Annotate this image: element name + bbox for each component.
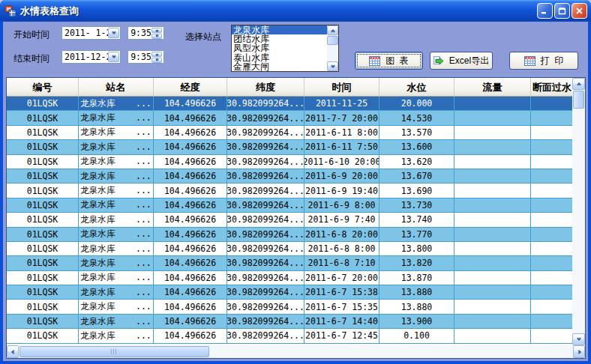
end-time-up-icon[interactable] (152, 52, 162, 57)
cell[interactable] (531, 97, 574, 111)
cell[interactable]: 01LQSK (7, 126, 79, 140)
minimize-button[interactable] (537, 3, 553, 19)
column-header[interactable]: 断面过水 (531, 78, 574, 97)
cell[interactable]: 2011-6-7 15:38 (304, 285, 380, 300)
cell[interactable]: 13.770 (380, 228, 454, 242)
cell[interactable] (531, 126, 574, 140)
table-row[interactable]: 01LQSK龙泉水库 ...104.49662630.982099264...2… (7, 111, 585, 125)
scroll-track[interactable] (327, 46, 338, 61)
cell[interactable]: 13.620 (380, 155, 454, 169)
cell[interactable]: 龙泉水库 ... (79, 111, 154, 125)
cell[interactable]: 30.982099264... (227, 300, 304, 314)
cell[interactable]: 13.820 (380, 256, 454, 270)
column-header[interactable]: 时间 (304, 78, 380, 97)
cell[interactable]: 2011-6-10 20:00 (304, 155, 380, 169)
cell[interactable]: 30.982099264... (227, 111, 304, 125)
cell[interactable]: 104.496626 (154, 271, 227, 285)
cell[interactable]: 2011-6-8 8:00 (304, 242, 380, 256)
table-row[interactable]: 01LQSK龙泉水库 ...104.49662630.982099264...2… (7, 169, 585, 183)
table-row[interactable]: 01LQSK龙泉水库 ...104.49662630.982099264...2… (7, 256, 585, 270)
cell[interactable] (454, 228, 531, 242)
scroll-thumb[interactable] (327, 36, 338, 45)
cell[interactable] (531, 315, 574, 329)
cell[interactable]: 30.982099264... (227, 315, 304, 329)
cell[interactable]: 2011-6-9 7:40 (304, 213, 380, 227)
cell[interactable]: 2011-6-8 7:10 (304, 256, 380, 270)
cell[interactable]: 13.690 (380, 183, 454, 198)
cell[interactable]: 2011-7-7 20:00 (304, 111, 380, 125)
cell[interactable]: 2011-6-7 20:00 (304, 271, 380, 285)
cell[interactable] (531, 242, 574, 256)
cell[interactable]: 13.730 (380, 198, 454, 213)
start-time-down-icon[interactable] (152, 34, 162, 39)
cell[interactable]: 30.982099264... (227, 155, 304, 169)
cell[interactable]: 2011-6-7 14:40 (304, 315, 380, 329)
cell[interactable]: 01LQSK (7, 183, 79, 198)
end-date-dropdown-icon[interactable] (108, 52, 119, 62)
table-row[interactable]: 01LQSK龙泉水库 ...104.49662630.982099264...2… (7, 126, 585, 140)
cell[interactable]: 2011-6-7 12:45 (304, 329, 380, 343)
cell[interactable] (454, 198, 531, 213)
cell[interactable]: 104.496626 (154, 329, 227, 343)
cell[interactable]: 01LQSK (7, 300, 79, 314)
end-time-down-icon[interactable] (152, 58, 162, 63)
cell[interactable]: 20.000 (380, 97, 454, 111)
cell[interactable]: 01LQSK (7, 256, 79, 270)
cell[interactable]: 13.880 (380, 300, 454, 314)
cell[interactable]: 龙泉水库 ... (79, 329, 154, 343)
cell[interactable]: 01LQSK (7, 285, 79, 300)
cell[interactable] (454, 97, 531, 111)
cell[interactable]: 104.496626 (154, 183, 227, 198)
station-list-scrollbar[interactable] (327, 25, 338, 71)
cell[interactable] (454, 271, 531, 285)
cell[interactable] (531, 169, 574, 183)
cell[interactable] (531, 155, 574, 169)
cell[interactable]: 龙泉水库 ... (79, 155, 154, 169)
cell[interactable]: 104.496626 (154, 97, 227, 111)
cell[interactable]: 104.496626 (154, 300, 227, 314)
start-time-spinner[interactable]: 9:35 (128, 26, 164, 40)
station-option[interactable]: 凤型水库 (232, 43, 327, 52)
cell[interactable]: 龙泉水库 ... (79, 315, 154, 329)
cell[interactable] (454, 155, 531, 169)
cell[interactable]: 30.982099264... (227, 256, 304, 270)
cell[interactable]: 龙泉水库 ... (79, 228, 154, 242)
cell[interactable] (531, 329, 574, 343)
cell[interactable]: 13.800 (380, 242, 454, 256)
cell[interactable]: 龙泉水库 ... (79, 198, 154, 213)
cell[interactable]: 龙泉水库 ... (79, 256, 154, 270)
cell[interactable]: 龙泉水库 ... (79, 271, 154, 285)
cell[interactable] (531, 271, 574, 285)
cell[interactable] (531, 198, 574, 213)
cell[interactable]: 30.982099264... (227, 213, 304, 227)
table-row[interactable]: 01LQSK龙泉水库 ...104.49662630.982099264...2… (7, 285, 585, 300)
maximize-button[interactable] (554, 3, 570, 19)
cell[interactable]: 104.496626 (154, 213, 227, 227)
station-option[interactable]: 泰山水库 (232, 53, 327, 62)
table-row[interactable]: 01LQSK龙泉水库 ...104.49662630.982099264...2… (7, 183, 585, 198)
cell[interactable] (454, 256, 531, 270)
scroll-thumb[interactable] (20, 346, 209, 357)
cell[interactable]: 104.496626 (154, 256, 227, 270)
column-header[interactable]: 流量 (454, 78, 531, 97)
column-header[interactable]: 纬度 (227, 78, 304, 97)
column-header[interactable]: 水位 (380, 78, 454, 97)
cell[interactable]: 01LQSK (7, 242, 79, 256)
start-time-up-icon[interactable] (152, 28, 162, 33)
cell[interactable]: 01LQSK (7, 315, 79, 329)
cell[interactable]: 30.982099264... (227, 198, 304, 213)
cell[interactable]: 龙泉水库 ... (79, 242, 154, 256)
cell[interactable]: 01LQSK (7, 169, 79, 183)
cell[interactable]: 01LQSK (7, 271, 79, 285)
cell[interactable]: 104.496626 (154, 315, 227, 329)
start-time-value[interactable]: 9:35 (128, 28, 152, 38)
table-row[interactable]: 01LQSK龙泉水库 ...104.49662630.982099264...2… (7, 242, 585, 256)
scroll-down-icon[interactable] (327, 61, 338, 71)
cell[interactable] (454, 169, 531, 183)
cell[interactable]: 2011-11-25 (304, 97, 380, 111)
cell[interactable] (531, 256, 574, 270)
cell[interactable]: 30.982099264... (227, 285, 304, 300)
end-date-value[interactable]: 2011-12-26 (62, 52, 108, 62)
cell[interactable]: 13.670 (380, 169, 454, 183)
column-header[interactable]: 经度 (154, 78, 227, 97)
